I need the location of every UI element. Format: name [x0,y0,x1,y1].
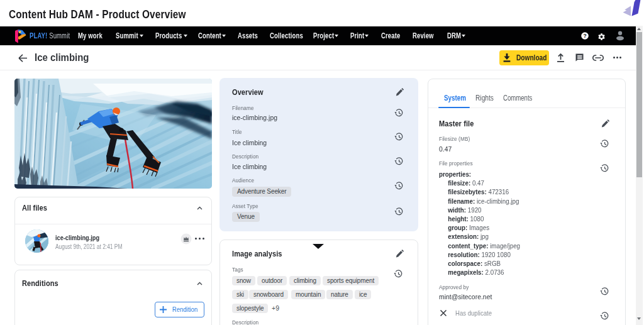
svg-text:?: ? [583,33,586,39]
